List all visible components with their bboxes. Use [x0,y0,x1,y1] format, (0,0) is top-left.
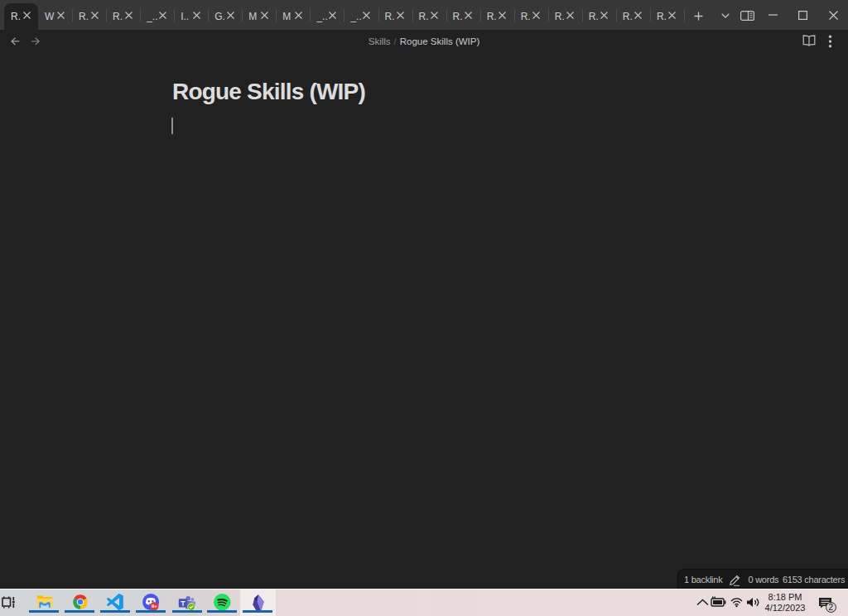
svg-text:9+: 9+ [152,604,157,609]
